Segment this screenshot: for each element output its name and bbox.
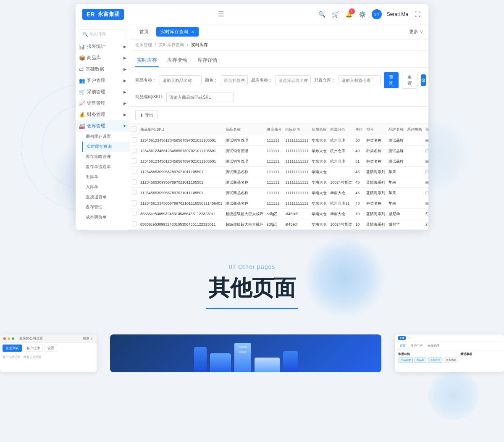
sidebar-item-warehouse[interactable]: 🏭 仓库管理 ▼ [76,120,130,132]
tab-realtime-stock[interactable]: 实时库存查询 ✕ [156,27,199,37]
reset-button[interactable]: 重置 [402,72,417,89]
settings-icon[interactable]: ⚙️ [358,10,367,18]
filter-settings-button[interactable]: ⚙ [421,74,426,86]
notification-icon[interactable]: 🔔 1 [345,10,353,18]
row-checkbox[interactable] [132,190,137,195]
tag-goods[interactable]: 商品库 [415,358,426,363]
sidebar-sub-initial-stock[interactable]: 期初库存设置 [82,132,130,142]
inner-tab-details[interactable]: 库存详情 [196,54,219,67]
row-checkbox[interactable] [132,200,137,205]
mini-tab-1[interactable]: 客户注册 [24,345,43,352]
brand-select[interactable]: 请选择品牌名称 [276,75,311,85]
table-cell: 种类名称 [365,135,387,146]
mini-tab-0[interactable]: 企业列表 [3,345,22,352]
row-checkbox[interactable] [132,137,137,142]
storage-input[interactable] [339,75,381,85]
sidebar-sub-return[interactable]: 直接退货单 [82,192,130,202]
table-cell: 威尼华 [387,219,405,230]
row-checkbox[interactable] [132,211,137,216]
table-cell [405,146,424,156]
mini-window-left: 超采购公司设置 更多 ∨ 企业列表 客户注册 设置 客户信息记录 顾客公众设置 [0,334,97,372]
sidebar-item-customer[interactable]: 👥 客户管理 ▶ [76,75,130,86]
right-logo: ER [398,336,406,340]
sidebar-sub-cost-adjust[interactable]: 成本调价单 [82,212,130,222]
table-cell: 华东大仓 [310,146,328,156]
right-nav-portal[interactable]: 客户门户 [409,343,424,349]
inner-tab-changes[interactable]: 库存变动 [165,54,189,67]
table-cell: 123456123456123456567897021011105501 [139,135,224,146]
table-cell: 种类名称 [365,156,387,167]
sidebar-sub-outbound[interactable]: 出库单 [82,172,130,182]
breadcrumb: 仓库管理 / 实时库存查询 / 实时库存 [130,39,428,51]
hamburger-mini[interactable]: ☰ [408,337,411,340]
mini-tab-2[interactable]: 设置 [45,345,57,352]
sidebar-item-data[interactable]: 🗂 基础数据 ▶ [76,63,130,75]
col-supplier-no: 供应商号 [265,124,284,135]
right-section-recent: 最近事项 [460,352,472,363]
right-nav-warehouse[interactable]: 仓库管理 [426,343,441,349]
mini-tabs: 企业列表 客户注册 设置 [0,343,97,353]
row-checkbox[interactable] [132,221,137,226]
tag-product[interactable]: 产品管理 [399,358,413,363]
right-mini-nav: 首页 客户门户 仓库管理 [395,342,504,350]
inner-tab-realtime[interactable]: 实时库存 [135,54,159,67]
more-button[interactable]: 更多 ∨ [409,29,423,35]
mini-more[interactable]: 更多 ∨ [83,336,93,341]
section-underline [206,308,298,309]
sidebar-sub-inventory-mgmt[interactable]: 盘存管理 [82,202,130,212]
table-cell: 10024号货架 [328,219,354,230]
sku-input[interactable] [166,92,234,102]
preview-building-2 [210,353,231,372]
search-button[interactable]: 查询 [384,72,399,88]
color-select[interactable]: 请选择颜色 [221,75,248,85]
mini-item-1[interactable]: 顾客公众设置 [24,355,41,359]
sidebar-item-finance[interactable]: 💰 财务管理 ▶ [76,109,130,120]
cart-icon[interactable]: 🛒 [331,10,340,18]
tab-close-icon[interactable]: ✕ [191,30,194,34]
table-cell: 85836ce53099324831053564551122323011 [139,219,224,230]
sidebar-sub-realtime-stock[interactable]: 实时库存查询 [82,142,130,152]
table-cell: sdfg乙 [265,219,284,230]
logo-text: 永富集团 [98,11,120,18]
table-cell: 杭州仓库 [328,146,354,156]
tag-warehouse[interactable]: 仓库管理 [428,358,442,363]
goods-name-input[interactable] [160,75,202,85]
row-checkbox[interactable] [132,179,137,184]
table-cell [405,135,424,146]
sidebar-item-reports[interactable]: 📊 报表统计 ▶ [76,41,130,52]
fullscreen-icon[interactable]: ⛶ [413,10,422,18]
table-cell: 10 [354,209,365,219]
table-row: 112345612345656789702101110550111456401测… [130,198,428,209]
tab-home[interactable]: 首页 [135,27,153,37]
table-body: 123456123456123456567897021011105501测试销售… [130,135,428,230]
sidebar-search-icon: 🔍 [83,32,88,37]
table-row: 123456123456123456567897021011105501测试销售… [130,156,428,167]
right-nav-home[interactable]: 首页 [398,343,407,349]
sidebar-sub-inbound[interactable]: 入库单 [82,182,130,192]
label: 期初库存设置 [86,134,111,139]
row-checkbox[interactable] [132,169,137,174]
chevron-icon: ▶ [123,56,126,60]
row-checkbox[interactable] [132,158,137,163]
active-tab-label: 实时库存查询 [160,29,188,34]
chevron-icon: ▶ [123,67,126,71]
sidebar-item-goods[interactable]: 📦 商品库 ▶ [76,52,130,63]
export-button[interactable]: ⬇ 导出 [135,110,158,120]
col-warehouse: 所属仓库 [310,124,328,135]
sidebar-item-sales[interactable]: 📈 销售管理 ▶ [76,97,130,109]
row-checkbox[interactable] [132,148,137,153]
table-cell: 111111 [265,146,284,156]
sidebar-search[interactable]: 🔍 学文/库库 [79,29,126,39]
header-checkbox[interactable] [132,126,137,132]
sidebar-sub-inventory[interactable]: 盘存单流通单 [82,162,130,172]
toolbar: ⬇ 导出 [130,107,428,124]
sidebar-item-purchase[interactable]: 🛒 采购管理 ▶ [76,86,130,97]
hamburger-icon[interactable]: ☰ [218,10,224,18]
breadcrumb-item-2: 实时库存查询 [159,42,184,47]
row-checkbox-cell [130,188,139,198]
tag-more[interactable]: 更多功能 [444,358,458,363]
search-icon[interactable]: 🔍 [318,10,326,18]
sidebar-sub-stock-strategy[interactable]: 库存策略管理 [82,152,130,162]
mini-item-0[interactable]: 客户信息记录 [3,355,20,359]
table-row: 123456123456123456567897021011105501测试销售… [130,146,428,156]
